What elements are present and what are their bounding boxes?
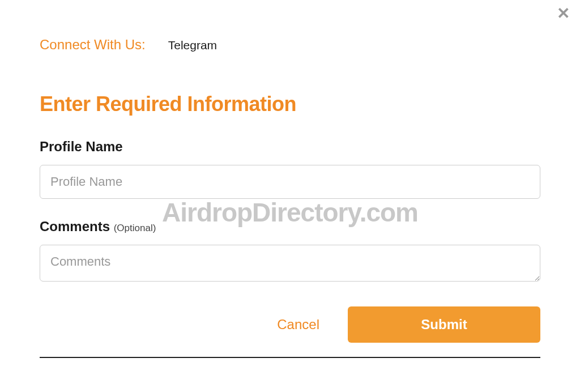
submit-button[interactable]: Submit	[348, 306, 540, 343]
comments-optional: (Optional)	[114, 223, 156, 233]
comments-label: Comments (Optional)	[40, 219, 540, 235]
comments-input[interactable]	[40, 245, 540, 282]
profile-name-input[interactable]	[40, 165, 540, 199]
form-container: Connect With Us: Telegram Enter Required…	[0, 0, 580, 358]
divider	[40, 357, 540, 358]
comments-label-text: Comments	[40, 219, 110, 234]
connect-row: Connect With Us: Telegram	[40, 37, 540, 53]
button-row: Cancel Submit	[40, 306, 540, 343]
profile-name-label: Profile Name	[40, 139, 540, 155]
cancel-button[interactable]: Cancel	[266, 311, 331, 338]
close-icon[interactable]: ✕	[557, 6, 570, 22]
telegram-link[interactable]: Telegram	[168, 39, 217, 52]
section-heading: Enter Required Information	[40, 92, 540, 116]
connect-label: Connect With Us:	[40, 37, 146, 53]
